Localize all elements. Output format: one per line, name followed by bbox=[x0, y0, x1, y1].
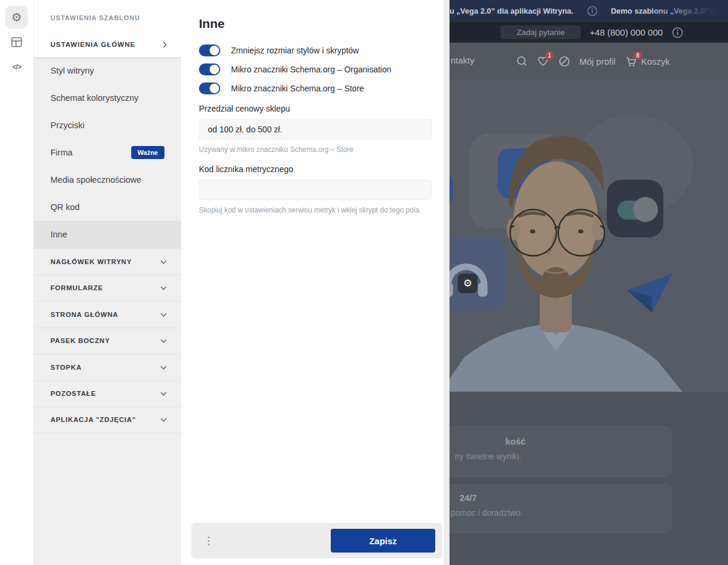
profile-label: Mój profil bbox=[580, 56, 616, 66]
sidebar-group-title: USTAWIENIA SZABLONU bbox=[34, 0, 181, 21]
info-icon bbox=[587, 5, 598, 17]
sidebar-header: USTAWIENIA SZABLONU USTAWIENIA GŁÓWNE bbox=[34, 0, 181, 57]
toggle-row-minify[interactable]: Zmniejsz rozmiar stylów i skryptów bbox=[199, 45, 432, 56]
toggle-switch-on[interactable] bbox=[199, 64, 220, 75]
code-rail-button[interactable]: </> bbox=[5, 56, 28, 78]
price-range-label: Przedział cenowy sklepu bbox=[199, 104, 432, 113]
toggle-tile-decoration bbox=[607, 180, 663, 237]
kebab-icon bbox=[208, 540, 210, 542]
layout-icon bbox=[11, 36, 23, 48]
ask-question-button[interactable]: Zadaj pytanie bbox=[501, 26, 581, 39]
cart-label: Koszyk bbox=[641, 56, 670, 66]
favorites-button[interactable]: 1 bbox=[537, 55, 549, 67]
search-button[interactable] bbox=[516, 55, 528, 67]
site-preview: u „Vega 2.0” dla aplikacji Witryna. Demo… bbox=[450, 0, 728, 565]
sidebar-section-pasek-boczny[interactable]: PASEK BOCZNY bbox=[34, 328, 181, 354]
sidebar-section-naglowek-witryny[interactable]: NAGŁÓWEK WITRYNY bbox=[34, 248, 181, 275]
sidebar-section-formularze[interactable]: FORMULARZE bbox=[34, 275, 181, 301]
slash-circle-icon bbox=[558, 55, 571, 68]
sidebar-item-label: QR kod bbox=[50, 202, 80, 212]
compare-button[interactable] bbox=[558, 55, 571, 68]
feature-card-text: ny świetne wyniki. bbox=[455, 452, 521, 461]
header-actions: 1 Mój profil bbox=[516, 43, 670, 80]
sidebar-item-qr-kod[interactable]: QR kod bbox=[34, 193, 181, 221]
site-header: ntakty 1 bbox=[450, 43, 728, 80]
profile-link[interactable]: Mój profil bbox=[580, 56, 616, 66]
settings-rail-button[interactable]: ⚙ bbox=[5, 6, 28, 28]
sidebar-item-styl-witryny[interactable]: Styl witryny bbox=[34, 57, 181, 84]
toggle-switch-on[interactable] bbox=[199, 45, 220, 56]
icon-rail: ⚙ </> bbox=[0, 0, 34, 565]
chevron-down-icon bbox=[161, 337, 167, 343]
sidebar-item-label: Firma bbox=[50, 148, 72, 157]
code-icon: </> bbox=[12, 63, 21, 71]
feature-card: kość ny świetne wyniki. bbox=[450, 427, 672, 477]
banner-text: Demo szablonu „Vega 2.0” dla aplikac bbox=[611, 7, 728, 15]
sidebar-item-ustawienia-glowne[interactable]: USTAWIENIA GŁÓWNE bbox=[34, 32, 181, 57]
feature-card-title: 24/7 bbox=[460, 493, 477, 503]
chevron-down-icon bbox=[161, 390, 167, 396]
gear-icon: ⚙ bbox=[463, 277, 472, 290]
metrics-code-label: Kod licznika metrycznego bbox=[199, 164, 432, 174]
price-range-helper: Używany w mikro znaczniku Schema.org – S… bbox=[199, 145, 432, 154]
chevron-right-icon bbox=[161, 42, 167, 47]
hero-section: ⚙ bbox=[450, 80, 728, 392]
toggle-label: Mikro znaczniki Schema.org – Store bbox=[231, 84, 364, 93]
search-icon bbox=[516, 55, 528, 67]
section-label: NAGŁÓWEK WITRYNY bbox=[50, 258, 132, 265]
sidebar-item-inne[interactable]: Inne bbox=[34, 221, 181, 248]
toggle-row-schema-organisation[interactable]: Mikro znaczniki Schema.org – Organisatio… bbox=[199, 64, 432, 75]
sidebar-item-label: Styl witryny bbox=[50, 66, 94, 75]
toggle-knob-decoration bbox=[633, 197, 658, 222]
more-options-button[interactable] bbox=[205, 535, 211, 547]
metrics-code-helper: Skopiuj kod w ustawieniach serwisu metry… bbox=[199, 206, 432, 214]
sidebar-main-label: USTAWIENIA GŁÓWNE bbox=[50, 41, 135, 48]
hero-portrait-image bbox=[450, 80, 728, 392]
gear-icon: ⚙ bbox=[11, 11, 22, 23]
cart-count-badge: 8 bbox=[634, 51, 642, 60]
sidebar-item-label: Media społecznościowe bbox=[50, 175, 141, 185]
section-label: STOPKA bbox=[50, 364, 82, 371]
settings-panel: Inne Zmniejsz rozmiar stylów i skryptów … bbox=[181, 0, 444, 565]
feature-card: 24/7 pomoc i doradztwo. bbox=[450, 484, 672, 533]
sidebar-section-pozostale[interactable]: POZOSTAŁE bbox=[34, 380, 181, 407]
sidebar-section-aplikacja-zdjecia[interactable]: APLIKACJA "ZDJĘCIA" bbox=[34, 407, 181, 433]
banner-text: u „Vega 2.0” dla aplikacji Witryna. bbox=[450, 7, 574, 15]
chevron-down-icon bbox=[161, 363, 167, 369]
sidebar-item-media-spolecznosciowe[interactable]: Media społecznościowe bbox=[34, 166, 181, 193]
info-icon bbox=[672, 27, 683, 39]
favorites-count-badge: 1 bbox=[545, 51, 554, 60]
chevron-down-icon bbox=[161, 310, 167, 316]
sidebar-section-stopka[interactable]: STOPKA bbox=[34, 354, 181, 380]
toggle-row-schema-store[interactable]: Mikro znaczniki Schema.org – Store bbox=[199, 82, 432, 94]
chevron-down-icon bbox=[161, 284, 167, 290]
chevron-down-icon bbox=[161, 416, 167, 422]
metrics-code-input[interactable] bbox=[199, 180, 432, 200]
site-page: ntakty 1 bbox=[450, 43, 728, 565]
sidebar-item-schemat-kolorystyczny[interactable]: Schemat kolorystyczny bbox=[34, 84, 181, 112]
nav-link-partial[interactable]: ntakty bbox=[451, 55, 474, 65]
support-phone: +48 (800) 000 000 bbox=[590, 27, 663, 37]
demo-banner: u „Vega 2.0” dla aplikacji Witryna. Demo… bbox=[450, 0, 728, 22]
section-label: POZOSTAŁE bbox=[50, 390, 96, 397]
toggle-label: Zmniejsz rozmiar stylów i skryptów bbox=[231, 46, 359, 55]
support-bar: Zadaj pytanie +48 (800) 000 000 bbox=[450, 22, 728, 43]
section-label: STRONA GŁÓWNA bbox=[50, 311, 118, 318]
panel-title: Inne bbox=[199, 17, 432, 31]
sidebar-item-label: Przyciski bbox=[50, 120, 84, 130]
layout-rail-button[interactable] bbox=[5, 31, 28, 53]
price-range-input[interactable] bbox=[199, 119, 432, 139]
settings-hotspot-button[interactable]: ⚙ bbox=[458, 274, 477, 293]
cart-link[interactable]: 8 Koszyk bbox=[625, 55, 670, 68]
sidebar-item-label: Inne bbox=[50, 230, 67, 239]
sidebar-item-przyciski[interactable]: Przyciski bbox=[34, 112, 181, 139]
save-button[interactable]: Zapisz bbox=[331, 529, 435, 553]
sidebar-section-strona-glowna[interactable]: STRONA GŁÓWNA bbox=[34, 301, 181, 328]
paper-plane-icon bbox=[625, 272, 673, 315]
feature-card-text: pomoc i doradztwo. bbox=[451, 508, 523, 518]
panel-scrollbar-gutter[interactable] bbox=[444, 0, 450, 565]
features-section: kość ny świetne wyniki. 24/7 pomoc i dor… bbox=[450, 392, 728, 565]
toggle-switch-on[interactable] bbox=[199, 82, 220, 94]
template-settings-app: ⚙ </> USTAWIENIA SZABLONU USTAWIENIA GŁÓ… bbox=[0, 0, 728, 565]
sidebar-item-firma[interactable]: Firma Ważne bbox=[34, 139, 181, 166]
